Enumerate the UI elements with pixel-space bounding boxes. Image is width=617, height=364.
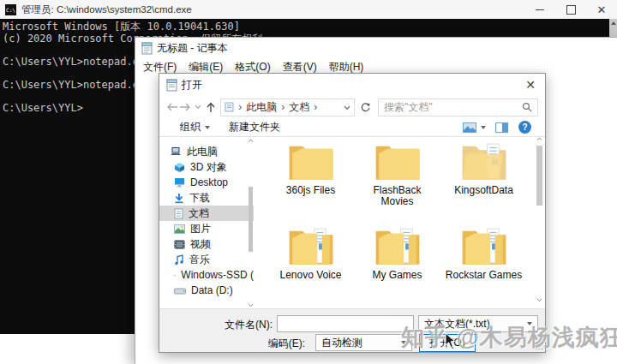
up-button[interactable] <box>204 98 217 116</box>
filename-input[interactable] <box>277 315 414 332</box>
computer-icon <box>170 146 182 157</box>
preview-pane-icon <box>495 122 508 133</box>
sidebar-item-music[interactable]: 音乐 <box>159 252 254 267</box>
back-button[interactable] <box>166 98 179 116</box>
dialog-body: 此电脑 3D 对象 Desktop <box>159 137 545 311</box>
sidebar-label: 下载 <box>189 191 210 206</box>
maximize-icon <box>566 5 576 15</box>
scroll-down-icon <box>536 298 542 302</box>
cmd-icon: C:\ <box>5 4 16 15</box>
sidebar-label: Windows-SSD ( <box>181 269 254 281</box>
address-dropdown-button[interactable] <box>344 101 350 113</box>
notepad-window-title: 无标题 - 记事本 <box>157 41 228 56</box>
recent-locations-button[interactable] <box>192 98 205 116</box>
breadcrumb-separator-icon: › <box>314 101 317 113</box>
sidebar-item-3d-objects[interactable]: 3D 对象 <box>159 159 254 175</box>
sidebar-label: Data (D:) <box>191 284 233 296</box>
folder-item[interactable]: Rockstar Games <box>440 224 527 309</box>
folder-item[interactable]: KingsoftData <box>440 140 527 224</box>
breadcrumb-this-pc[interactable]: 此电脑 <box>246 100 277 115</box>
breadcrumb[interactable]: › 此电脑 › 文档 › <box>220 98 355 116</box>
chevron-down-icon <box>344 105 350 110</box>
folder-item[interactable]: My Games <box>354 224 440 309</box>
search-input[interactable] <box>379 101 522 113</box>
folder-with-files-icon <box>373 224 422 267</box>
thumbnail-view-icon <box>463 122 476 133</box>
console-line: Microsoft Windows [版本 10.0.19041.630] <box>3 21 617 33</box>
sidebar-item-data-d[interactable]: Data (D:) <box>159 283 254 298</box>
document-icon <box>174 208 183 219</box>
desktop-icon <box>174 177 185 188</box>
scrollbar-thumb[interactable] <box>249 187 253 252</box>
folder-name: Lenovo Voice <box>279 270 341 281</box>
organize-button[interactable]: 组织 <box>180 120 210 134</box>
scrollbar-thumb[interactable] <box>536 146 542 206</box>
mouse-cursor-icon <box>445 332 457 349</box>
sidebar-scrollbar[interactable] <box>248 137 254 311</box>
scroll-up-icon <box>248 139 254 143</box>
back-icon <box>166 102 178 112</box>
folder-with-files-icon <box>286 224 336 267</box>
chevron-down-icon <box>195 104 201 110</box>
sidebar-label: Desktop <box>190 176 228 188</box>
folder-item[interactable]: Lenovo Voice <box>267 224 354 309</box>
folder-with-files-icon <box>459 140 509 182</box>
sidebar-item-windows-ssd[interactable]: Windows-SSD ( <box>159 267 254 283</box>
organize-label: 组织 <box>180 120 201 134</box>
minimize-button[interactable] <box>524 0 555 19</box>
sidebar-item-pictures[interactable]: 图片 <box>159 221 254 236</box>
maximize-button[interactable] <box>555 0 586 19</box>
dialog-titlebar[interactable]: 打开 ✕ <box>159 74 545 96</box>
new-folder-button[interactable]: 新建文件夹 <box>229 120 280 134</box>
sidebar-label: 3D 对象 <box>190 160 227 175</box>
location-icon <box>225 102 234 112</box>
preview-pane-button[interactable] <box>495 122 508 133</box>
open-dialog: 打开 ✕ <box>159 73 546 353</box>
sidebar-item-desktop[interactable]: Desktop <box>159 175 254 190</box>
encoding-select[interactable]: 自动检测 <box>315 334 412 351</box>
download-icon <box>174 193 184 204</box>
folder-item[interactable]: FlashBack Movies <box>354 140 440 224</box>
dialog-nav-bar: › 此电脑 › 文档 › <box>159 96 545 118</box>
sidebar-label: 文档 <box>189 206 209 221</box>
change-view-button[interactable] <box>463 122 486 133</box>
sidebar-item-this-pc[interactable]: 此电脑 <box>159 144 254 159</box>
forward-button[interactable] <box>179 98 192 116</box>
dialog-toolbar: 组织 新建文件夹 ? <box>159 118 545 137</box>
sidebar-item-videos[interactable]: 视频 <box>159 236 254 252</box>
pictures-icon <box>174 224 185 234</box>
folder-name: KingsoftData <box>454 185 513 196</box>
help-button[interactable]: ? <box>518 121 531 134</box>
notepad-titlebar[interactable]: 无标题 - 记事本 <box>135 38 617 58</box>
folder-icon <box>373 140 422 182</box>
folder-icon <box>286 140 336 182</box>
folder-item[interactable]: 360js Files <box>267 140 354 224</box>
breadcrumb-documents[interactable]: 文档 <box>289 100 309 115</box>
toolbar-view-controls: ? <box>453 121 531 134</box>
sidebar-label: 此电脑 <box>187 145 218 159</box>
refresh-button[interactable] <box>358 98 374 116</box>
dialog-close-button[interactable]: ✕ <box>516 74 545 96</box>
sidebar-label: 视频 <box>190 237 211 252</box>
videos-icon <box>174 240 185 249</box>
filename-label: 文件名(N): <box>159 318 273 332</box>
close-button[interactable]: ✕ <box>586 0 617 19</box>
dialog-notepad-icon <box>166 79 177 92</box>
folder-name: 360js Files <box>286 185 335 196</box>
search-icon[interactable] <box>522 102 532 112</box>
up-icon <box>206 102 216 113</box>
encoding-value: 自动检测 <box>321 336 362 350</box>
sidebar-item-downloads[interactable]: 下载 <box>159 190 254 206</box>
filelist-scrollbar[interactable] <box>536 137 543 311</box>
cmd-window-controls: ✕ <box>524 0 617 19</box>
sidebar-item-documents[interactable]: 文档 <box>159 206 254 221</box>
chevron-down-icon <box>205 126 210 129</box>
navigation-pane: 此电脑 3D 对象 Desktop <box>159 137 254 311</box>
cmd-titlebar[interactable]: C:\ 管理员: C:\windows\system32\cmd.exe ✕ <box>0 0 617 19</box>
folder-grid: 360js Files FlashBack Movies <box>255 137 533 309</box>
notepad-icon <box>141 42 153 55</box>
3d-object-icon <box>174 162 185 173</box>
scroll-down-icon <box>248 303 254 307</box>
close-icon: ✕ <box>525 78 536 92</box>
minimize-icon <box>536 9 544 10</box>
